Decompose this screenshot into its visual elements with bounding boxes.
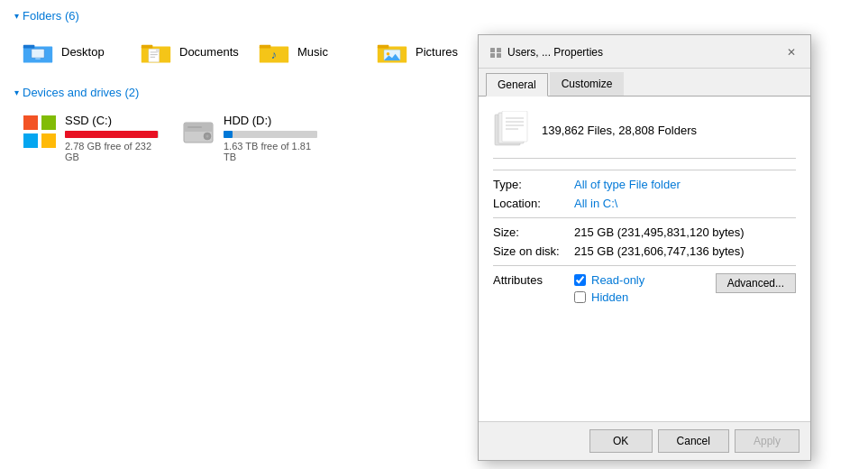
prop-row-type: Type: All of type File folder <box>493 178 796 191</box>
dialog-tabs: General Customize <box>479 69 810 97</box>
prop-divider-1 <box>493 170 796 170</box>
readonly-label[interactable]: Read-only <box>591 273 644 287</box>
svg-rect-29 <box>497 48 501 52</box>
prop-type-label: Type: <box>493 178 574 191</box>
svg-rect-30 <box>490 53 495 58</box>
attr-row-hidden: Hidden <box>574 290 716 304</box>
svg-rect-28 <box>490 48 495 52</box>
dialog-footer: OK Cancel Apply <box>479 421 810 460</box>
svg-rect-31 <box>497 53 501 58</box>
hidden-checkbox[interactable] <box>574 291 586 303</box>
prop-divider-2 <box>493 217 796 218</box>
dialog-titlebar: Users, ... Properties ✕ <box>479 35 810 69</box>
prop-location-label: Location: <box>493 197 574 210</box>
advanced-button[interactable]: Advanced... <box>716 273 796 293</box>
prop-folder-icon <box>493 111 531 149</box>
prop-row-size-on-disk: Size on disk: 215 GB (231,606,747,136 by… <box>493 244 796 258</box>
prop-size-label: Size: <box>493 225 574 239</box>
attributes-section: Attributes Read-only Hidden Advanced... <box>493 273 796 308</box>
prop-size-on-disk-value: 215 GB (231,606,747,136 bytes) <box>574 244 796 258</box>
dialog-close-button[interactable]: ✕ <box>780 42 803 62</box>
readonly-checkbox[interactable] <box>574 274 586 286</box>
cancel-button[interactable]: Cancel <box>658 429 729 453</box>
dialog-title-area: Users, ... Properties <box>489 46 603 59</box>
hidden-label[interactable]: Hidden <box>591 290 628 304</box>
prop-row-location: Location: All in C:\ <box>493 197 796 210</box>
prop-size-on-disk-label: Size on disk: <box>493 244 574 258</box>
prop-location-value: All in C:\ <box>574 197 796 210</box>
ok-button[interactable]: OK <box>589 429 653 453</box>
dialog-title-icon <box>489 46 502 59</box>
properties-dialog: Users, ... Properties ✕ General Customiz… <box>478 34 811 461</box>
prop-file-count: 139,862 Files, 28,808 Folders <box>542 124 697 137</box>
prop-type-value: All of type File folder <box>574 178 796 191</box>
attributes-label: Attributes <box>493 273 574 308</box>
svg-rect-34 <box>502 111 527 142</box>
attr-checkboxes: Read-only Hidden <box>574 273 716 308</box>
prop-divider-3 <box>493 265 796 266</box>
dialog-title-text: Users, ... Properties <box>507 46 603 59</box>
prop-size-value: 215 GB (231,495,831,120 bytes) <box>574 225 796 239</box>
dialog-body: 139,862 Files, 28,808 Folders Type: All … <box>479 97 810 421</box>
attr-row-readonly: Read-only <box>574 273 716 287</box>
prop-header: 139,862 Files, 28,808 Folders <box>493 111 796 159</box>
apply-button[interactable]: Apply <box>735 429 799 453</box>
tab-general[interactable]: General <box>486 73 548 97</box>
prop-row-size: Size: 215 GB (231,495,831,120 bytes) <box>493 225 796 239</box>
dialog-overlay: Users, ... Properties ✕ General Customiz… <box>0 0 868 469</box>
tab-customize[interactable]: Customize <box>550 72 625 96</box>
